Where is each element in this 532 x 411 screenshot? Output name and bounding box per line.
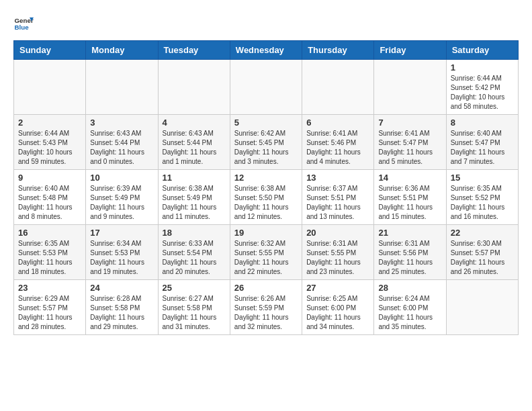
calendar-cell bbox=[86, 60, 158, 115]
day-number: 7 bbox=[378, 118, 441, 128]
calendar-cell: 9Sunrise: 6:40 AM Sunset: 5:48 PM Daylig… bbox=[14, 170, 86, 225]
day-number: 22 bbox=[451, 228, 514, 238]
calendar-cell: 24Sunrise: 6:28 AM Sunset: 5:58 PM Dayli… bbox=[86, 280, 158, 335]
calendar-cell: 19Sunrise: 6:32 AM Sunset: 5:55 PM Dayli… bbox=[230, 225, 302, 280]
day-number: 16 bbox=[18, 228, 81, 238]
calendar-table: Sunday Monday Tuesday Wednesday Thursday… bbox=[13, 40, 519, 335]
day-number: 28 bbox=[378, 283, 441, 293]
calendar-cell bbox=[158, 60, 230, 115]
day-info: Sunrise: 6:39 AM Sunset: 5:49 PM Dayligh… bbox=[90, 184, 153, 222]
calendar-header-row: Sunday Monday Tuesday Wednesday Thursday… bbox=[14, 41, 519, 60]
logo-icon: General Blue bbox=[13, 13, 34, 34]
day-number: 11 bbox=[163, 173, 226, 183]
day-info: Sunrise: 6:34 AM Sunset: 5:53 PM Dayligh… bbox=[90, 239, 153, 277]
day-number: 24 bbox=[90, 283, 153, 293]
calendar-body: 1Sunrise: 6:44 AM Sunset: 5:42 PM Daylig… bbox=[14, 60, 519, 335]
page-header: General Blue bbox=[13, 13, 519, 34]
day-info: Sunrise: 6:33 AM Sunset: 5:54 PM Dayligh… bbox=[163, 239, 226, 277]
day-number: 26 bbox=[234, 283, 298, 293]
calendar-cell: 10Sunrise: 6:39 AM Sunset: 5:49 PM Dayli… bbox=[86, 170, 158, 225]
svg-text:Blue: Blue bbox=[15, 24, 30, 31]
day-info: Sunrise: 6:24 AM Sunset: 6:00 PM Dayligh… bbox=[378, 294, 441, 332]
calendar-cell bbox=[230, 60, 302, 115]
day-number: 6 bbox=[306, 118, 369, 128]
day-number: 10 bbox=[90, 173, 153, 183]
day-info: Sunrise: 6:31 AM Sunset: 5:56 PM Dayligh… bbox=[378, 239, 441, 277]
col-monday: Monday bbox=[86, 41, 158, 60]
calendar-cell: 4Sunrise: 6:43 AM Sunset: 5:44 PM Daylig… bbox=[158, 115, 230, 170]
day-number: 15 bbox=[451, 173, 514, 183]
day-info: Sunrise: 6:38 AM Sunset: 5:49 PM Dayligh… bbox=[163, 184, 226, 222]
day-number: 14 bbox=[378, 173, 441, 183]
day-info: Sunrise: 6:43 AM Sunset: 5:44 PM Dayligh… bbox=[163, 129, 226, 167]
day-info: Sunrise: 6:41 AM Sunset: 5:47 PM Dayligh… bbox=[378, 129, 441, 167]
calendar-cell bbox=[374, 60, 446, 115]
day-info: Sunrise: 6:41 AM Sunset: 5:46 PM Dayligh… bbox=[306, 129, 369, 167]
calendar-cell: 14Sunrise: 6:36 AM Sunset: 5:51 PM Dayli… bbox=[374, 170, 446, 225]
calendar-cell: 12Sunrise: 6:38 AM Sunset: 5:50 PM Dayli… bbox=[230, 170, 302, 225]
calendar-cell: 23Sunrise: 6:29 AM Sunset: 5:57 PM Dayli… bbox=[14, 280, 86, 335]
day-number: 17 bbox=[90, 228, 153, 238]
calendar-cell bbox=[14, 60, 86, 115]
calendar-week-row: 2Sunrise: 6:44 AM Sunset: 5:43 PM Daylig… bbox=[14, 115, 519, 170]
day-number: 18 bbox=[163, 228, 226, 238]
calendar-week-row: 23Sunrise: 6:29 AM Sunset: 5:57 PM Dayli… bbox=[14, 280, 519, 335]
calendar-cell: 22Sunrise: 6:30 AM Sunset: 5:57 PM Dayli… bbox=[446, 225, 518, 280]
calendar-cell: 2Sunrise: 6:44 AM Sunset: 5:43 PM Daylig… bbox=[14, 115, 86, 170]
calendar-cell: 20Sunrise: 6:31 AM Sunset: 5:55 PM Dayli… bbox=[302, 225, 374, 280]
calendar-cell: 27Sunrise: 6:25 AM Sunset: 6:00 PM Dayli… bbox=[302, 280, 374, 335]
calendar-cell: 26Sunrise: 6:26 AM Sunset: 5:59 PM Dayli… bbox=[230, 280, 302, 335]
col-tuesday: Tuesday bbox=[158, 41, 230, 60]
day-info: Sunrise: 6:25 AM Sunset: 6:00 PM Dayligh… bbox=[306, 294, 369, 332]
calendar-cell: 13Sunrise: 6:37 AM Sunset: 5:51 PM Dayli… bbox=[302, 170, 374, 225]
day-info: Sunrise: 6:35 AM Sunset: 5:52 PM Dayligh… bbox=[451, 184, 514, 222]
day-info: Sunrise: 6:36 AM Sunset: 5:51 PM Dayligh… bbox=[378, 184, 441, 222]
day-info: Sunrise: 6:32 AM Sunset: 5:55 PM Dayligh… bbox=[234, 239, 298, 277]
day-number: 3 bbox=[90, 118, 153, 128]
calendar-week-row: 9Sunrise: 6:40 AM Sunset: 5:48 PM Daylig… bbox=[14, 170, 519, 225]
day-number: 4 bbox=[163, 118, 226, 128]
day-info: Sunrise: 6:42 AM Sunset: 5:45 PM Dayligh… bbox=[234, 129, 298, 167]
day-info: Sunrise: 6:38 AM Sunset: 5:50 PM Dayligh… bbox=[234, 184, 298, 222]
calendar-cell: 17Sunrise: 6:34 AM Sunset: 5:53 PM Dayli… bbox=[86, 225, 158, 280]
calendar-cell bbox=[446, 280, 518, 335]
day-number: 20 bbox=[306, 228, 369, 238]
day-number: 13 bbox=[306, 173, 369, 183]
calendar-cell: 3Sunrise: 6:43 AM Sunset: 5:44 PM Daylig… bbox=[86, 115, 158, 170]
calendar-cell: 18Sunrise: 6:33 AM Sunset: 5:54 PM Dayli… bbox=[158, 225, 230, 280]
day-number: 23 bbox=[18, 283, 81, 293]
calendar-cell: 25Sunrise: 6:27 AM Sunset: 5:58 PM Dayli… bbox=[158, 280, 230, 335]
col-thursday: Thursday bbox=[302, 41, 374, 60]
col-wednesday: Wednesday bbox=[230, 41, 302, 60]
day-info: Sunrise: 6:26 AM Sunset: 5:59 PM Dayligh… bbox=[234, 294, 298, 332]
day-info: Sunrise: 6:43 AM Sunset: 5:44 PM Dayligh… bbox=[90, 129, 153, 167]
col-friday: Friday bbox=[374, 41, 446, 60]
day-info: Sunrise: 6:27 AM Sunset: 5:58 PM Dayligh… bbox=[163, 294, 226, 332]
day-info: Sunrise: 6:37 AM Sunset: 5:51 PM Dayligh… bbox=[306, 184, 369, 222]
calendar-cell: 16Sunrise: 6:35 AM Sunset: 5:53 PM Dayli… bbox=[14, 225, 86, 280]
day-info: Sunrise: 6:44 AM Sunset: 5:42 PM Dayligh… bbox=[451, 74, 514, 111]
day-number: 19 bbox=[234, 228, 298, 238]
day-number: 1 bbox=[451, 62, 514, 73]
day-info: Sunrise: 6:30 AM Sunset: 5:57 PM Dayligh… bbox=[451, 239, 514, 277]
col-sunday: Sunday bbox=[14, 41, 86, 60]
calendar-cell: 5Sunrise: 6:42 AM Sunset: 5:45 PM Daylig… bbox=[230, 115, 302, 170]
day-number: 9 bbox=[18, 173, 81, 183]
calendar-cell: 28Sunrise: 6:24 AM Sunset: 6:00 PM Dayli… bbox=[374, 280, 446, 335]
day-number: 8 bbox=[451, 118, 514, 128]
calendar-week-row: 16Sunrise: 6:35 AM Sunset: 5:53 PM Dayli… bbox=[14, 225, 519, 280]
calendar-cell: 11Sunrise: 6:38 AM Sunset: 5:49 PM Dayli… bbox=[158, 170, 230, 225]
calendar-cell bbox=[302, 60, 374, 115]
day-info: Sunrise: 6:35 AM Sunset: 5:53 PM Dayligh… bbox=[18, 239, 81, 277]
calendar-cell: 1Sunrise: 6:44 AM Sunset: 5:42 PM Daylig… bbox=[446, 60, 518, 115]
calendar-cell: 21Sunrise: 6:31 AM Sunset: 5:56 PM Dayli… bbox=[374, 225, 446, 280]
calendar-cell: 7Sunrise: 6:41 AM Sunset: 5:47 PM Daylig… bbox=[374, 115, 446, 170]
calendar-week-row: 1Sunrise: 6:44 AM Sunset: 5:42 PM Daylig… bbox=[14, 60, 519, 115]
day-info: Sunrise: 6:40 AM Sunset: 5:47 PM Dayligh… bbox=[451, 129, 514, 167]
logo: General Blue bbox=[13, 13, 34, 34]
day-info: Sunrise: 6:28 AM Sunset: 5:58 PM Dayligh… bbox=[90, 294, 153, 332]
day-number: 2 bbox=[18, 118, 81, 128]
day-number: 21 bbox=[378, 228, 441, 238]
calendar-cell: 8Sunrise: 6:40 AM Sunset: 5:47 PM Daylig… bbox=[446, 115, 518, 170]
day-number: 25 bbox=[163, 283, 226, 293]
